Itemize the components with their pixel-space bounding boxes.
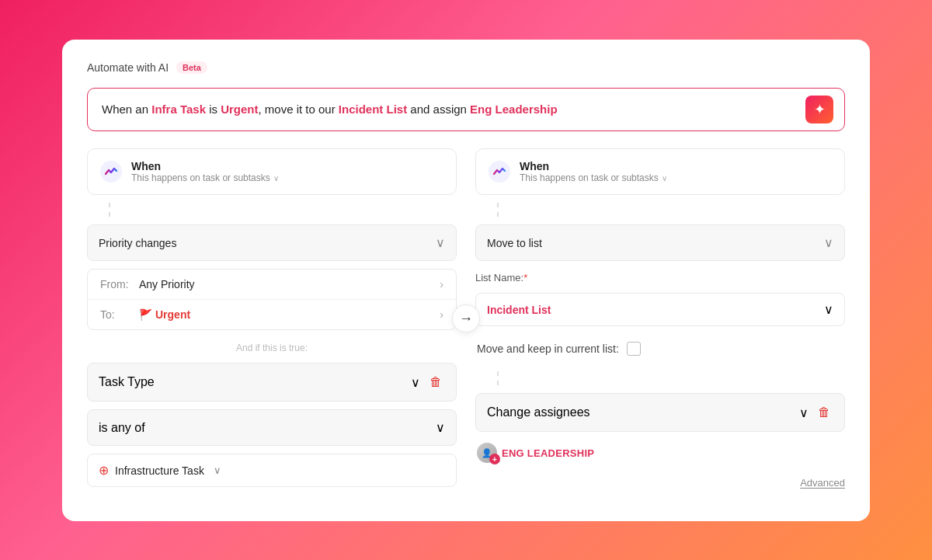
task-type-label: Task Type bbox=[99, 375, 155, 389]
beta-badge: Beta bbox=[176, 61, 207, 74]
dashed-connector-2 bbox=[497, 203, 845, 217]
when-sub-chevron-right: ∨ bbox=[662, 174, 667, 183]
keep-list-row: Move and keep in current list: bbox=[475, 334, 845, 363]
when-label-right: When bbox=[520, 160, 667, 172]
when-block-left: When This happens on task or subtasks ∨ bbox=[87, 148, 457, 195]
incident-list-value: Incident List bbox=[487, 304, 551, 316]
when-sub-right[interactable]: This happens on task or subtasks ∨ bbox=[520, 172, 667, 183]
infra-task-chevron: ∨ bbox=[214, 464, 221, 476]
when-sub-chevron-left: ∨ bbox=[273, 174, 279, 183]
incident-list-dropdown[interactable]: Incident List ∨ bbox=[475, 293, 845, 326]
eng-leadership-tag: 👤 + ENG LEADERSHIP bbox=[475, 440, 845, 466]
clickup-icon-right bbox=[489, 161, 510, 183]
spark-button[interactable]: ✦ bbox=[805, 96, 833, 123]
and-if-label: And if this is true: bbox=[87, 338, 457, 355]
task-type-delete-button[interactable]: 🗑 bbox=[426, 374, 445, 391]
ai-prompt-box: When an Infra Task is Urgent, move it to… bbox=[87, 88, 845, 132]
to-value: Urgent bbox=[155, 308, 440, 321]
keep-list-checkbox[interactable] bbox=[627, 342, 641, 356]
when-text-left: When This happens on task or subtasks ∨ bbox=[131, 160, 279, 183]
change-assignees-inner: Change assignees bbox=[487, 405, 799, 419]
move-to-list-chevron: ∨ bbox=[824, 235, 833, 250]
to-row[interactable]: To: 🚩 Urgent › bbox=[88, 300, 456, 329]
change-assignees-chevron: ∨ bbox=[799, 405, 809, 420]
eng-plus-badge: + bbox=[489, 454, 500, 464]
prompt-static-2: is bbox=[206, 103, 221, 116]
incident-list-chevron: ∨ bbox=[824, 302, 833, 317]
infra-task-label: Infrastructure Task bbox=[115, 464, 204, 477]
move-to-list-dropdown[interactable]: Move to list ∨ bbox=[475, 224, 845, 261]
dashed-connector-1 bbox=[109, 203, 457, 217]
when-sub-left[interactable]: This happens on task or subtasks ∨ bbox=[131, 172, 279, 183]
clickup-icon-left bbox=[100, 161, 122, 183]
prompt-static-4: and assign bbox=[407, 103, 470, 116]
dashed-connector-3 bbox=[497, 371, 845, 385]
left-column: When This happens on task or subtasks ∨ … bbox=[87, 148, 457, 489]
right-column: When This happens on task or subtasks ∨ … bbox=[475, 148, 845, 489]
when-text-right: When This happens on task or subtasks ∨ bbox=[520, 160, 667, 183]
prompt-incident-list: Incident List bbox=[339, 103, 407, 116]
move-to-list-label: Move to list bbox=[487, 237, 542, 249]
globe-icon: ⊕ bbox=[99, 463, 109, 478]
advanced-button[interactable]: Advanced bbox=[800, 477, 845, 489]
prompt-infra-task: Infra Task bbox=[151, 103, 206, 116]
eng-avatar: 👤 + bbox=[477, 443, 497, 463]
automate-label: Automate with AI bbox=[87, 61, 169, 74]
change-assignees-label: Change assignees bbox=[487, 405, 590, 419]
change-assignees-delete-button[interactable]: 🗑 bbox=[815, 404, 833, 421]
from-value: Any Priority bbox=[139, 278, 440, 290]
from-row[interactable]: From: Any Priority › bbox=[88, 270, 456, 300]
infra-task-row[interactable]: ⊕ Infrastructure Task ∨ bbox=[87, 454, 457, 487]
from-key: From: bbox=[100, 278, 139, 290]
change-assignees-row: Change assignees ∨ 🗑 bbox=[475, 393, 845, 432]
is-any-of-chevron: ∨ bbox=[436, 420, 445, 435]
arrow-connector: → bbox=[452, 304, 480, 332]
list-name-label: List Name:* bbox=[475, 269, 845, 285]
task-type-inner: Task Type bbox=[99, 375, 411, 389]
task-type-row: Task Type ∨ 🗑 bbox=[87, 363, 457, 402]
list-name-req: * bbox=[523, 272, 527, 283]
task-type-chevron: ∨ bbox=[411, 375, 420, 390]
is-any-of-dropdown[interactable]: is any of ∨ bbox=[87, 409, 457, 446]
keep-list-label: Move and keep in current list: bbox=[477, 343, 619, 355]
when-label-left: When bbox=[131, 160, 279, 172]
prompt-static-3: , move it to our bbox=[258, 103, 338, 116]
prompt-static-1: When an bbox=[102, 103, 151, 116]
to-arrow: › bbox=[440, 308, 443, 321]
from-arrow: › bbox=[440, 278, 443, 290]
priority-changes-dropdown[interactable]: Priority changes ∨ bbox=[87, 224, 457, 261]
when-block-right: When This happens on task or subtasks ∨ bbox=[475, 148, 845, 195]
prompt-eng-leadership: Eng Leadership bbox=[470, 103, 558, 116]
eng-leadership-label: ENG LEADERSHIP bbox=[502, 447, 594, 459]
priority-changes-chevron: ∨ bbox=[436, 235, 445, 250]
to-key: To: bbox=[100, 308, 139, 321]
urgent-flag: 🚩 bbox=[139, 308, 152, 321]
is-any-of-label: is any of bbox=[99, 421, 145, 435]
prompt-urgent: Urgent bbox=[221, 103, 258, 116]
priority-changes-label: Priority changes bbox=[99, 237, 176, 249]
from-to-block: From: Any Priority › To: 🚩 Urgent › bbox=[87, 269, 457, 330]
